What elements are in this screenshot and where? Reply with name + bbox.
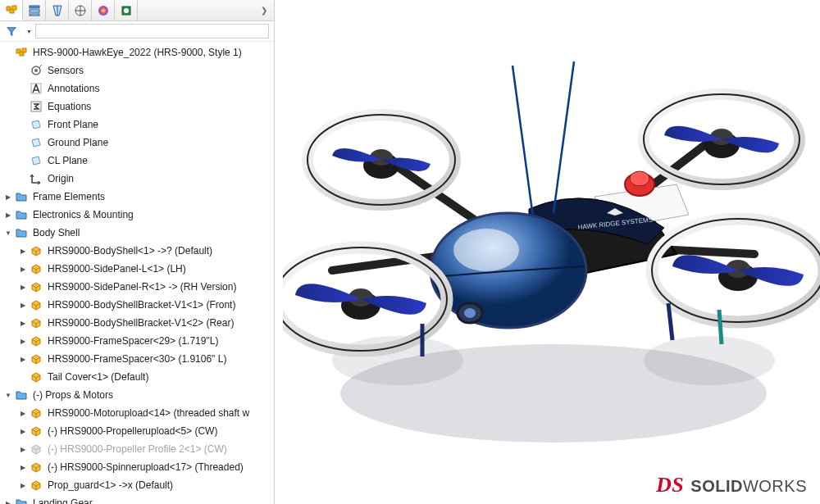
tab-assembly[interactable] xyxy=(0,0,23,20)
tree-node[interactable]: ▼Body Shell xyxy=(0,224,274,242)
tree-node[interactable]: CL Plane xyxy=(0,152,274,170)
filter-bar: ▼ xyxy=(0,21,274,42)
tab-configuration[interactable] xyxy=(23,0,46,20)
chevron-down-icon[interactable]: ▼ xyxy=(3,390,13,400)
tree-node[interactable]: Sensors xyxy=(0,61,274,79)
part-icon xyxy=(30,244,43,257)
expander-spacer xyxy=(18,156,28,166)
graphics-viewport[interactable]: HAWK RIDGE SYSTEMS xyxy=(275,0,820,504)
part-icon xyxy=(30,298,43,311)
chevron-right-icon[interactable]: ▶ xyxy=(18,426,28,436)
part-icon xyxy=(30,334,43,347)
tree-node[interactable]: Origin xyxy=(0,170,274,188)
tree-node-label: HRS9000-BodyShell<1> ->? (Default) xyxy=(48,245,212,257)
tab-evaluate[interactable] xyxy=(69,0,92,20)
tree-node-label: Electronics & Mounting xyxy=(33,209,134,220)
part-dim-icon xyxy=(30,443,43,456)
plane-icon xyxy=(30,136,43,149)
part-icon xyxy=(30,406,43,420)
tree-node-label: HRS9000-SidePanel-R<1> -> (RH Version) xyxy=(48,281,236,293)
tree-node[interactable]: Ground Plane xyxy=(0,134,274,152)
tree-node[interactable]: ▶Prop_guard<1> ->x (Default) xyxy=(0,476,274,494)
svg-line-18 xyxy=(39,65,42,67)
tree-root[interactable]: HRS-9000-HawkEye_2022 (HRS-9000, Style 1… xyxy=(0,43,274,61)
expander-spacer xyxy=(18,372,28,382)
solidworks-logo: DS SOLIDWORKS xyxy=(656,473,807,497)
svg-point-31 xyxy=(464,308,476,318)
chevron-right-icon[interactable]: ▶ xyxy=(18,300,28,310)
part-icon xyxy=(30,262,43,275)
tree-node[interactable]: ▶HRS9000-Motorupload<14> (threaded shaft… xyxy=(0,404,274,422)
model-drone: HAWK RIDGE SYSTEMS xyxy=(283,16,820,459)
tree-node[interactable]: ▶HRS9000-BodyShellBracket-V1<1> (Front) xyxy=(0,296,274,314)
folder-icon xyxy=(15,208,28,221)
tree-node-label: Origin xyxy=(48,173,74,184)
svg-line-33 xyxy=(554,61,574,213)
svg-point-25 xyxy=(644,336,775,385)
tree-node[interactable]: Front Plane xyxy=(0,116,274,134)
expander-spacer xyxy=(18,84,28,93)
chevron-right-icon[interactable]: ▶ xyxy=(18,462,28,472)
chevron-right-icon[interactable]: ▶ xyxy=(18,354,28,364)
feature-manager-tab-bar: ❯ xyxy=(0,0,274,21)
tab-display-manager[interactable] xyxy=(46,0,69,20)
tree-node-label: (-) HRS9000-Propeller Profile 2<1> (CW) xyxy=(48,443,227,455)
chevron-right-icon[interactable]: ▶ xyxy=(3,498,13,504)
svg-rect-5 xyxy=(30,14,39,16)
svg-rect-15 xyxy=(22,48,26,52)
tab-toolbox[interactable] xyxy=(115,0,138,20)
plane-icon xyxy=(30,118,43,131)
equations-icon xyxy=(30,100,43,113)
part-icon xyxy=(30,352,43,366)
tree-node[interactable]: ▶Landing Gear xyxy=(0,494,274,504)
expander-spacer xyxy=(18,66,28,75)
svg-point-29 xyxy=(453,229,519,271)
tree-node[interactable]: Equations xyxy=(0,98,274,116)
chevron-right-icon[interactable]: ▶ xyxy=(18,264,28,274)
tree-node[interactable]: ▶HRS9000-FrameSpacer<30> (1.9106" L) xyxy=(0,350,274,368)
expander-spacer xyxy=(18,138,28,148)
chevron-right-icon[interactable]: ▶ xyxy=(3,192,13,202)
chevron-right-icon[interactable]: ▶ xyxy=(18,444,28,454)
tree-node[interactable]: ▶HRS9000-SidePanel-L<1> (LH) xyxy=(0,260,274,278)
chevron-right-icon[interactable]: ▶ xyxy=(3,210,13,220)
tree-node[interactable]: ▶(-) HRS9000-Propeller Profile 2<1> (CW) xyxy=(0,440,274,458)
filter-icon[interactable] xyxy=(5,25,18,38)
tree-node[interactable]: ▶(-) HRS9000-Propellerupload<5> (CW) xyxy=(0,422,274,440)
tree-node-label: Sensors xyxy=(48,65,84,76)
tree-node-label: HRS9000-Motorupload<14> (threaded shaft … xyxy=(48,407,249,419)
chevron-right-icon[interactable]: ▶ xyxy=(18,480,28,490)
tree-node[interactable]: Annotations xyxy=(0,79,274,98)
tree-node[interactable]: ▶HRS9000-BodyShell<1> ->? (Default) xyxy=(0,242,274,260)
expander-spacer xyxy=(18,120,28,129)
chevron-down-icon[interactable]: ▼ xyxy=(3,228,13,238)
part-icon xyxy=(30,280,43,293)
filter-dropdown-caret[interactable]: ▼ xyxy=(26,29,32,34)
filter-input[interactable] xyxy=(35,24,269,39)
tree-node[interactable]: ▶(-) HRS9000-Spinnerupload<17> (Threaded… xyxy=(0,458,274,476)
tree-node[interactable]: ▶HRS9000-BodyShellBracket-V1<2> (Rear) xyxy=(0,314,274,332)
svg-rect-2 xyxy=(12,6,16,10)
tree-node[interactable]: ▶HRS9000-SidePanel-R<1> -> (RH Version) xyxy=(0,278,274,296)
tree-node[interactable]: ▶Frame Elements xyxy=(0,188,274,206)
folder-icon xyxy=(15,388,28,402)
assembly-icon xyxy=(15,46,28,59)
tab-overflow-chevron[interactable]: ❯ xyxy=(138,0,274,20)
tree-node-label: HRS9000-SidePanel-L<1> (LH) xyxy=(48,263,186,275)
tree-node-label: (-) HRS9000-Propellerupload<5> (CW) xyxy=(48,425,217,437)
svg-line-32 xyxy=(512,66,533,217)
tree-node[interactable]: ▶HRS9000-FrameSpacer<29> (1.719"L) xyxy=(0,332,274,350)
tree-node[interactable]: ▶Electronics & Mounting xyxy=(0,206,274,224)
tree-node-label: HRS9000-BodyShellBracket-V1<2> (Rear) xyxy=(48,317,234,329)
tree-node-label: (-) Props & Motors xyxy=(33,389,113,401)
chevron-right-icon[interactable]: ▶ xyxy=(18,246,28,256)
chevron-right-icon[interactable]: ▶ xyxy=(18,408,28,418)
tab-appearance[interactable] xyxy=(92,0,115,20)
chevron-right-icon[interactable]: ▶ xyxy=(18,336,28,346)
chevron-down-icon[interactable] xyxy=(3,48,13,57)
chevron-right-icon[interactable]: ▶ xyxy=(18,282,28,292)
tree-node[interactable]: Tail Cover<1> (Default) xyxy=(0,368,274,386)
tree-node[interactable]: ▼(-) Props & Motors xyxy=(0,386,274,404)
chevron-right-icon[interactable]: ▶ xyxy=(18,318,28,328)
svg-point-12 xyxy=(124,8,129,13)
